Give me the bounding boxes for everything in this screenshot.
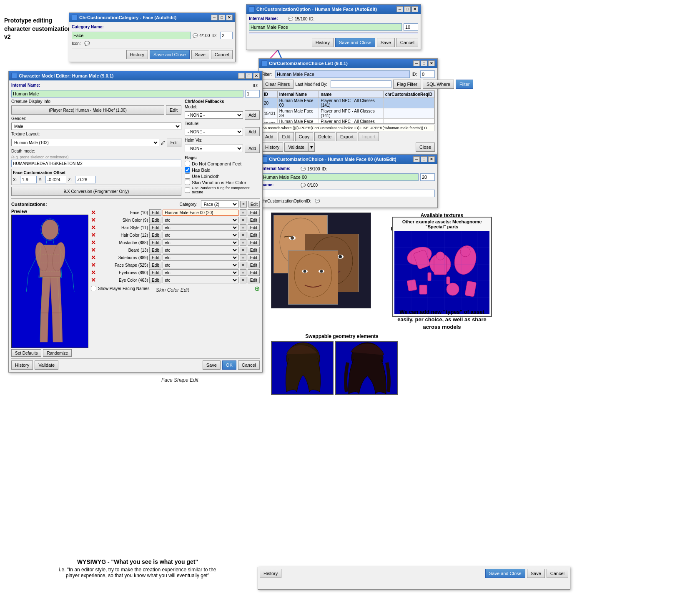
bottom-history-button[interactable]: History — [260, 569, 281, 578]
category-list-icon[interactable]: ≡ — [240, 201, 247, 208]
helm-vis-select[interactable]: - NONE - — [185, 145, 243, 152]
bottom-cancel-button[interactable]: Cancel — [547, 569, 568, 578]
hair-style-choice-edit[interactable]: Edit — [248, 224, 260, 231]
edit-button[interactable]: Edit — [278, 132, 294, 141]
skin-select[interactable]: etc — [163, 217, 238, 223]
beard-list-icon[interactable]: ≡ — [240, 247, 246, 253]
filter-input[interactable] — [275, 70, 410, 78]
flag-filter-button[interactable]: Flag Filter — [393, 80, 421, 89]
category-save-close-button[interactable]: Save and Close — [150, 50, 190, 59]
close-button[interactable]: ✕ — [226, 15, 233, 20]
clear-filters-button[interactable]: Clear Filters — [261, 80, 294, 89]
model-save-button[interactable]: Save — [203, 360, 221, 370]
hair-color-edit-btn[interactable]: Edit — [149, 232, 161, 238]
skin-list-icon[interactable]: ≡ — [240, 217, 246, 223]
eye-color-edit-btn[interactable]: Edit — [149, 277, 161, 283]
id-input[interactable] — [420, 70, 435, 78]
export-button[interactable]: Export — [336, 132, 357, 141]
option-save-button[interactable]: Save — [377, 38, 395, 47]
option-history-button[interactable]: History — [312, 38, 334, 47]
eye-color-remove[interactable]: ✕ — [91, 277, 97, 283]
skin-choice-edit[interactable]: Edit — [248, 217, 260, 223]
eyebrows-remove[interactable]: ✕ — [91, 269, 97, 276]
option-cancel-button[interactable]: Cancel — [396, 38, 418, 47]
creature-display-edit[interactable]: Edit — [166, 105, 181, 115]
option-save-close-button[interactable]: Save and Close — [335, 38, 375, 47]
delete-button[interactable]: Delete — [314, 132, 335, 141]
face-x-input[interactable] — [20, 176, 37, 183]
choice-name-input[interactable] — [261, 190, 435, 197]
choice-id-input[interactable] — [420, 173, 435, 181]
eye-color-choice-edit[interactable]: Edit — [248, 277, 260, 283]
sql-where-button[interactable]: SQL Where — [423, 80, 454, 89]
category-edit-button[interactable]: Edit — [248, 201, 260, 208]
table-row[interactable]: 15432 Human Male Face 39 Player and NPC … — [262, 119, 434, 124]
import-button[interactable]: Import — [359, 132, 379, 141]
beard-choice-edit[interactable]: Edit — [248, 247, 260, 253]
face-z-input[interactable] — [75, 176, 96, 183]
model-minimize[interactable]: ─ — [238, 73, 245, 79]
hair-color-select[interactable]: etc — [163, 232, 238, 238]
sideburns-edit-btn[interactable]: Edit — [149, 254, 161, 261]
mustache-remove[interactable]: ✕ — [91, 239, 97, 246]
model-close[interactable]: ✕ — [253, 73, 260, 79]
show-player-facing-checkbox[interactable] — [91, 286, 96, 291]
model-id-input[interactable] — [245, 90, 260, 98]
model-internal-name-input[interactable] — [11, 90, 243, 98]
choice-list-minimize[interactable]: ─ — [413, 60, 420, 66]
mustache-choice-edit[interactable]: Edit — [248, 239, 260, 246]
skin-remove[interactable]: ✕ — [91, 217, 97, 223]
eyebrows-edit-btn[interactable]: Edit — [149, 269, 161, 276]
hair-color-remove[interactable]: ✕ — [91, 232, 97, 238]
hair-style-select[interactable]: etc — [163, 224, 238, 231]
model-fallback-select[interactable]: - NONE - — [185, 111, 243, 119]
sideburns-remove[interactable]: ✕ — [91, 254, 97, 261]
table-row[interactable]: 20 Human Male Face 00 Player and NPC - A… — [262, 98, 434, 108]
add-customization-icon[interactable]: ⊕ — [254, 285, 260, 293]
skin-edit-btn[interactable]: Edit — [149, 217, 161, 223]
choice-internal-name-input[interactable] — [261, 173, 419, 181]
mustache-list-icon[interactable]: ≡ — [240, 239, 246, 246]
mustache-select[interactable]: etc — [163, 239, 238, 246]
category-cancel-button[interactable]: Cancel — [211, 50, 233, 59]
face-shape-remove[interactable]: ✕ — [91, 262, 97, 268]
option-close-button[interactable]: ✕ — [411, 6, 418, 12]
beard-remove[interactable]: ✕ — [91, 247, 97, 253]
beard-edit-btn[interactable]: Edit — [149, 247, 161, 253]
eye-color-select[interactable]: etc — [163, 277, 238, 283]
texture-layout-select[interactable]: Human Male (103) — [11, 139, 159, 146]
sideburns-choice-edit[interactable]: Edit — [248, 254, 260, 261]
validate-button[interactable]: Validate — [284, 143, 308, 152]
helm-add-button[interactable]: Add — [245, 144, 260, 153]
face-remove[interactable]: ✕ — [91, 209, 97, 216]
choice-minimize[interactable]: ─ — [413, 156, 420, 162]
bottom-save-close-button[interactable]: Save and Close — [485, 569, 525, 578]
validate-dropdown-button[interactable]: ▼ — [308, 143, 315, 152]
choice-list-close[interactable]: ✕ — [428, 60, 435, 66]
randomize-button[interactable]: Randomize — [43, 349, 72, 357]
category-save-button[interactable]: Save — [191, 50, 209, 59]
category-name-input[interactable] — [72, 32, 191, 39]
sideburns-list-icon[interactable]: ≡ — [240, 254, 246, 261]
texture-add-button[interactable]: Add — [245, 127, 260, 136]
eyebrows-choice-edit[interactable]: Edit — [248, 269, 260, 276]
beard-select[interactable]: etc — [163, 247, 238, 253]
mustache-edit-btn[interactable]: Edit — [149, 239, 161, 246]
flag-has-bald[interactable]: Has Bald — [185, 167, 260, 173]
model-maximize[interactable]: □ — [246, 73, 252, 79]
face-shape-list-icon[interactable]: ≡ — [240, 262, 246, 268]
creature-display-value[interactable]: (Player Race) Human - Male Hi-Def (1.00) — [11, 105, 164, 115]
death-mode-input[interactable] — [11, 160, 181, 167]
option-internal-name-input[interactable] — [249, 23, 402, 31]
choice-maximize[interactable]: □ — [421, 156, 427, 162]
model-ok-button[interactable]: OK — [222, 360, 236, 370]
eye-color-list-icon[interactable]: ≡ — [240, 277, 246, 283]
list-history-button[interactable]: History — [261, 143, 283, 152]
table-row[interactable]: 15431 Human Male Face 39 Player and NPC … — [262, 108, 434, 119]
flag-skin-variation[interactable]: Skin Variation is Hair Color — [185, 180, 260, 185]
texture-fallback-select[interactable]: - NONE - — [185, 128, 243, 135]
hair-style-list-icon[interactable]: ≡ — [240, 224, 246, 231]
add-button[interactable]: Add — [261, 132, 277, 141]
last-modified-input[interactable] — [331, 80, 391, 88]
model-cancel-button[interactable]: Cancel — [238, 360, 260, 370]
